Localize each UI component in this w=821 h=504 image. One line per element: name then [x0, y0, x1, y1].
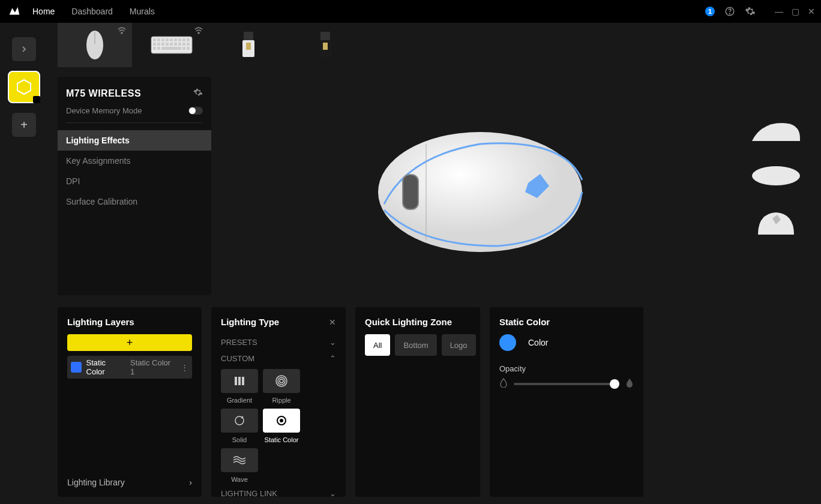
brand-logo	[6, 3, 23, 20]
opacity-max-icon	[625, 378, 634, 389]
custom-section[interactable]: CUSTOM ⌃	[221, 350, 336, 367]
type-gradient-label: Gradient	[227, 397, 252, 404]
svg-point-1	[730, 13, 730, 14]
memory-mode-toggle[interactable]	[188, 107, 203, 115]
svg-point-30	[198, 32, 199, 34]
window-maximize[interactable]: ▢	[792, 7, 799, 16]
svg-rect-7	[153, 38, 156, 41]
type-wave-label: Wave	[231, 476, 248, 483]
device-settings-icon[interactable]	[193, 88, 203, 99]
chevron-down-icon: ⌄	[329, 489, 336, 498]
zone-logo[interactable]: Logo	[442, 334, 476, 356]
nav-murals[interactable]: Murals	[130, 7, 155, 16]
section-surface-calibration[interactable]: Surface Calibration	[58, 191, 211, 212]
wifi-icon	[118, 26, 126, 36]
svg-rect-17	[157, 43, 160, 46]
lighting-link-section[interactable]: LIGHTING LINK ⌄	[221, 485, 336, 502]
type-ripple[interactable]	[263, 369, 300, 393]
window-minimize[interactable]: —	[775, 7, 783, 16]
view-angle-rear[interactable]	[752, 208, 800, 239]
nav-home[interactable]: Home	[32, 7, 55, 16]
panel-title-layers: Lighting Layers	[67, 317, 192, 327]
device-keyboard[interactable]	[134, 23, 209, 67]
type-solid[interactable]	[221, 409, 258, 433]
svg-rect-27	[161, 47, 181, 50]
svg-rect-26	[157, 47, 160, 50]
device-mouse[interactable]	[58, 23, 132, 67]
opacity-slider[interactable]	[514, 383, 619, 385]
lighting-library-link[interactable]: Lighting Library ›	[67, 478, 192, 487]
svg-rect-10	[166, 38, 169, 41]
svg-point-45	[280, 379, 283, 383]
svg-marker-2	[17, 80, 31, 94]
rail-collapse-button[interactable]	[12, 37, 36, 61]
type-wave[interactable]	[221, 448, 258, 472]
layer-type: Static Color	[86, 358, 125, 376]
memory-mode-label: Device Memory Mode	[66, 106, 142, 115]
zone-bottom[interactable]: Bottom	[395, 334, 436, 356]
layer-swatch	[71, 362, 82, 373]
svg-rect-13	[178, 38, 181, 41]
chevron-up-icon: ⌃	[329, 354, 336, 363]
panel-title-static-color: Static Color	[499, 317, 634, 327]
svg-rect-28	[182, 47, 185, 50]
notifications-icon[interactable]: 1	[705, 7, 715, 16]
svg-point-46	[278, 377, 285, 385]
divider	[66, 122, 203, 123]
svg-rect-23	[182, 43, 185, 46]
svg-rect-25	[153, 47, 156, 50]
opacity-label: Opacity	[499, 364, 634, 373]
panel-title-zone: Quick Lighting Zone	[365, 317, 471, 327]
view-angle-top[interactable]	[749, 164, 803, 190]
svg-rect-29	[187, 47, 190, 50]
slider-thumb[interactable]	[610, 379, 619, 389]
device-name: M75 WIRELESS	[66, 88, 141, 99]
view-angle-side[interactable]	[749, 120, 803, 146]
svg-rect-15	[187, 38, 190, 41]
section-dpi[interactable]: DPI	[58, 171, 211, 191]
close-icon[interactable]: ✕	[329, 317, 336, 327]
svg-rect-20	[170, 43, 173, 46]
section-lighting-effects[interactable]: Lighting Effects	[58, 130, 211, 151]
svg-rect-36	[323, 43, 328, 50]
svg-rect-9	[161, 38, 164, 41]
type-gradient[interactable]	[221, 369, 258, 393]
svg-rect-19	[166, 43, 169, 46]
svg-rect-39	[403, 175, 418, 209]
svg-rect-33	[246, 43, 251, 50]
wifi-icon	[194, 26, 203, 36]
svg-rect-44	[242, 377, 244, 385]
svg-rect-42	[235, 377, 237, 385]
type-static-color[interactable]	[263, 409, 300, 433]
svg-rect-8	[157, 38, 160, 41]
presets-section[interactable]: PRESETS ⌄	[221, 334, 336, 350]
chevron-down-icon: ⌄	[329, 338, 336, 347]
opacity-min-icon	[499, 378, 508, 389]
svg-rect-14	[182, 38, 185, 41]
add-layer-button[interactable]: +	[67, 334, 192, 351]
profile-slot-active[interactable]	[8, 71, 40, 103]
svg-rect-31	[244, 32, 253, 40]
layer-item[interactable]: Static Color Static Color 1 ⋮	[67, 356, 192, 379]
svg-point-50	[280, 419, 283, 422]
device-preview	[252, 90, 708, 294]
settings-icon[interactable]	[745, 6, 756, 17]
add-profile-button[interactable]: +	[12, 113, 36, 137]
svg-rect-22	[178, 43, 181, 46]
device-dongle-1[interactable]	[211, 23, 286, 67]
svg-point-5	[121, 32, 122, 34]
color-swatch[interactable]	[499, 334, 516, 351]
nav-dashboard[interactable]: Dashboard	[71, 7, 113, 16]
svg-rect-18	[161, 43, 164, 46]
zone-all[interactable]: All	[365, 334, 390, 356]
window-close[interactable]: ✕	[808, 7, 815, 16]
chevron-right-icon: ›	[189, 478, 192, 487]
svg-rect-34	[320, 32, 330, 40]
help-icon[interactable]	[724, 6, 735, 17]
svg-rect-21	[174, 43, 177, 46]
layer-menu-icon[interactable]: ⋮	[181, 363, 188, 372]
section-key-assignments[interactable]: Key Assignments	[58, 151, 211, 171]
layer-name: Static Color 1	[130, 358, 176, 376]
device-dongle-2[interactable]	[288, 23, 362, 67]
svg-rect-24	[187, 43, 190, 46]
